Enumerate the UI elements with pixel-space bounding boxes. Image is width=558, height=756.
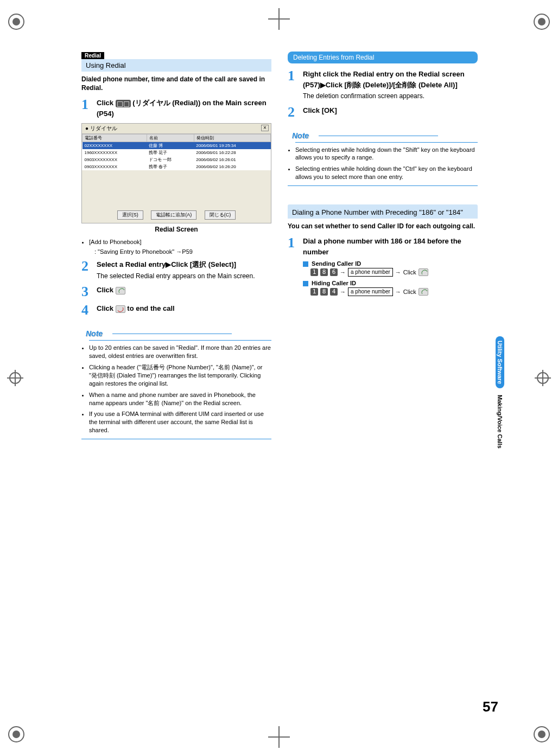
hiding-caller-id-label: Hiding Caller ID <box>303 280 478 286</box>
phone-number-box: a phone number <box>348 287 393 296</box>
col-name: 名前 <box>147 134 194 142</box>
note-item: If you use a FOMA terminal with differen… <box>89 410 271 434</box>
page-number: 57 <box>483 699 498 715</box>
table-row: 0903XXXXXXXX ドコモ 一郎 2006/08/02 16:26:01 <box>83 156 271 163</box>
step-3-pre: Click <box>97 286 116 294</box>
col-phone: 電話番号 <box>83 134 147 142</box>
ss-buttons: 選択(S) 電話帳に追加(A) 閉じる(C) <box>82 210 271 220</box>
redial-icon <box>116 100 131 107</box>
step-number: 2 <box>81 259 93 280</box>
arrow-icon: → <box>340 269 346 276</box>
side-tab-black: Making/Voice Calls <box>496 392 504 452</box>
delete-step-1-desc: The deletion confirmation screen appears… <box>303 92 478 101</box>
note-item: Selecting entries while holding down the… <box>295 146 478 162</box>
note-bottom-rule <box>288 185 478 186</box>
step-4-post: to end the call <box>127 304 174 312</box>
digit-key: 8 <box>320 288 328 296</box>
table-row: 02XXXXXXXX 佐藤 博 2006/08/01 19:25:34 <box>83 142 271 150</box>
step-number: 4 <box>81 303 93 317</box>
digit-key: 1 <box>310 268 318 276</box>
step-1-title: Click (リダイヤル (Redial)) on the Main scree… <box>97 98 271 119</box>
redial-screenshot: ● リダイヤル × 電話番号 名前 発信時刻 02XXXXXXXX 佐藤 博 2… <box>81 123 271 223</box>
deleting-entries-heading: Deleting Entries from Redial <box>288 52 478 63</box>
ss-table: 電話番号 名前 発信時刻 02XXXXXXXX 佐藤 博 2006/08/01 … <box>82 134 271 170</box>
digit-key: 6 <box>330 268 338 276</box>
ss-title: ● リダイヤル × <box>82 124 271 134</box>
note-item: Clicking a header ("電話番号 (Phone Number)"… <box>89 363 271 388</box>
step-number: 3 <box>81 285 93 299</box>
step-number: 1 <box>81 98 93 119</box>
digit-key: 8 <box>320 268 328 276</box>
step-number: 2 <box>288 105 300 119</box>
registration-mark-tr <box>534 14 550 30</box>
square-bullet-icon <box>303 261 308 267</box>
step-2-title: Select a Redial entry▶Click [選択 (Select)… <box>97 259 271 270</box>
delete-note-list: Selecting entries while holding down the… <box>295 142 478 181</box>
table-row: 1960XXXXXXXX 携帯 花子 2006/08/01 16:22:28 <box>83 149 271 156</box>
crop-mark-right <box>532 370 554 386</box>
delete-step-1-title: Right click the Redial entry on the Redi… <box>303 69 478 90</box>
ss-btn-add: 電話帳に追加(A) <box>151 210 196 220</box>
phone-call-icon <box>116 287 125 294</box>
step-3: 3 Click <box>81 285 271 299</box>
note-list: Up to 20 entries can be saved in "Redial… <box>89 340 271 434</box>
digit-key: 4 <box>330 288 338 296</box>
sending-caller-id-line: 1 8 6 → a phone number → Click <box>310 268 478 277</box>
phone-hangup-icon <box>116 305 125 313</box>
step-1-pre: Click <box>97 99 116 107</box>
phone-call-icon <box>418 288 428 296</box>
add-to-phonebook-ref: : "Saving Entry to Phonebook" →P59 <box>94 248 271 255</box>
crop-mark-left <box>4 370 26 386</box>
arrow-icon: → <box>340 289 346 295</box>
dialing-heading: Dialing a Phone Number with Preceding "1… <box>288 206 478 219</box>
ss-title-text: リダイヤル <box>90 125 117 131</box>
close-icon: × <box>261 125 269 131</box>
note-bottom-rule <box>81 439 271 439</box>
step-number: 1 <box>288 69 300 101</box>
step-4: 4 Click to end the call <box>81 303 271 317</box>
arrow-icon: → <box>395 269 401 276</box>
hiding-caller-id-text: Hiding Caller ID <box>312 280 356 286</box>
dialing-intro: You can set whether to send Caller ID fo… <box>288 222 478 230</box>
step-2: 2 Select a Redial entry▶Click [選択 (Selec… <box>81 259 271 280</box>
note-item: Selecting entries while holding down the… <box>295 165 478 181</box>
registration-mark-br <box>534 726 550 742</box>
ss-btn-close: 閉じる(C) <box>205 210 236 220</box>
arrow-icon: → <box>395 289 401 295</box>
delete-step-2: 2 Click [OK] <box>288 105 478 119</box>
delete-step-1: 1 Right click the Redial entry on the Re… <box>288 69 478 101</box>
col-time: 発信時刻 <box>194 134 270 142</box>
side-tab: Utility Software Making/Voice Calls <box>496 336 506 452</box>
crop-mark-bottom <box>268 726 290 748</box>
note-item: Up to 20 entries can be saved in "Redial… <box>89 344 271 360</box>
sending-caller-id-label: Sending Caller ID <box>303 260 478 267</box>
side-tab-blue: Utility Software <box>496 336 504 388</box>
step-3-title: Click <box>97 285 271 296</box>
using-redial-heading: Using Redial <box>81 59 271 72</box>
step-4-title: Click to end the call <box>97 303 271 314</box>
phone-call-icon <box>418 268 428 276</box>
registration-mark-bl <box>8 726 24 742</box>
redial-tag: Redial <box>81 52 104 59</box>
screenshot-caption: Redial Screen <box>81 226 271 233</box>
dial-step-1: 1 Dial a phone number with 186 or 184 be… <box>288 236 478 299</box>
step-1: 1 Click (リダイヤル (Redial)) on the Main scr… <box>81 98 271 119</box>
digit-key: 1 <box>310 288 318 296</box>
registration-mark-tl <box>8 14 24 30</box>
step-4-pre: Click <box>97 304 116 312</box>
add-to-phonebook-label: [Add to Phonebook] <box>89 239 271 245</box>
square-bullet-icon <box>303 281 308 286</box>
ss-btn-select: 選択(S) <box>117 210 143 220</box>
add-to-phonebook-list: [Add to Phonebook] <box>89 239 271 245</box>
note-flag: Note <box>288 130 319 141</box>
note-flag: Note <box>81 328 112 339</box>
click-text: Click <box>403 269 416 276</box>
delete-step-2-title: Click [OK] <box>303 105 478 116</box>
right-column: Deleting Entries from Redial 1 Right cli… <box>288 52 478 444</box>
hiding-caller-id-line: 1 8 4 → a phone number → Click <box>310 287 478 296</box>
left-column: Redial Using Redial Dialed phone number,… <box>81 52 271 444</box>
phone-number-box: a phone number <box>348 268 393 277</box>
page-content: Redial Using Redial Dialed phone number,… <box>81 52 478 444</box>
dial-step-1-title: Dial a phone number with 186 or 184 befo… <box>303 236 478 257</box>
step-2-desc: The selected Redial entry appears on the… <box>97 272 271 281</box>
